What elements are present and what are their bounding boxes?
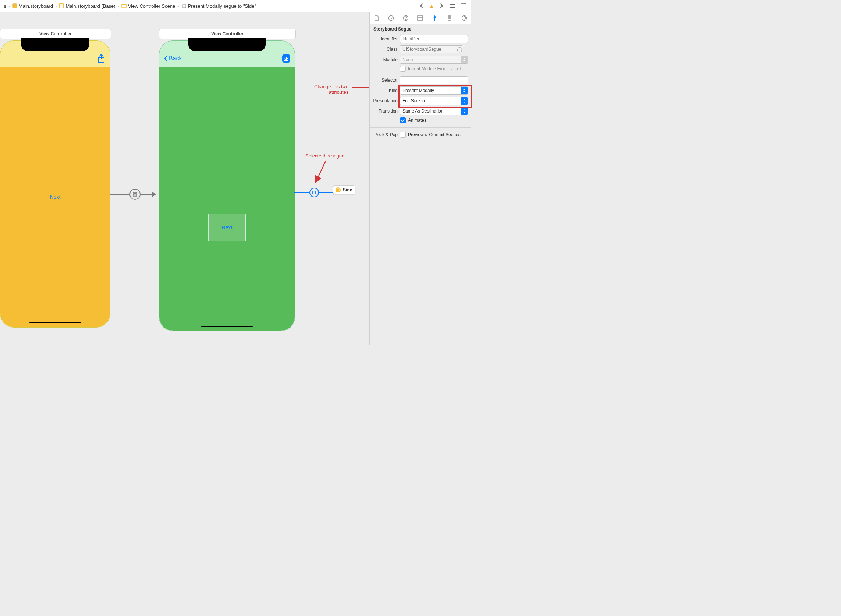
download-icon[interactable] xyxy=(282,54,290,63)
svg-rect-5 xyxy=(183,5,185,7)
history-inspector-icon[interactable] xyxy=(387,14,395,22)
kind-select[interactable]: Present Modally xyxy=(400,87,468,95)
svg-rect-13 xyxy=(134,194,136,195)
scene-icon xyxy=(122,3,126,9)
breadcrumb-item-scene[interactable]: View Controller Scene xyxy=(120,3,177,9)
inspector-panel: Storyboard Segue Identifier Class ◯ Modu… xyxy=(370,12,471,345)
device-frame: Next xyxy=(0,41,110,327)
svg-line-15 xyxy=(316,161,325,181)
file-inspector-icon[interactable] xyxy=(373,14,380,22)
storyboard-canvas[interactable]: View Controller Next xyxy=(0,12,370,345)
home-indicator xyxy=(29,322,81,323)
device-notch xyxy=(21,38,89,51)
history-forward-button[interactable] xyxy=(438,2,445,10)
warning-icon[interactable]: ▲ xyxy=(429,3,434,9)
presentation-label: Presentation xyxy=(371,98,398,103)
annotation-arrow-icon xyxy=(313,159,331,185)
svg-rect-9 xyxy=(461,4,466,8)
nav-bar xyxy=(0,50,110,67)
adjust-editor-icon[interactable] xyxy=(460,2,467,10)
help-inspector-icon[interactable] xyxy=(402,14,409,22)
view-body: Next xyxy=(159,67,294,331)
transition-row: Transition Same As Destination xyxy=(370,106,471,116)
nav-bar: Back xyxy=(159,50,294,67)
dropdown-caret-icon xyxy=(461,97,467,104)
history-back-button[interactable] xyxy=(418,2,425,10)
storyboard-base-icon xyxy=(59,3,64,9)
identifier-row: Identifier xyxy=(370,34,471,44)
scene-title-bar[interactable]: View Controller xyxy=(159,29,296,39)
class-dropdown-caret[interactable] xyxy=(463,45,468,53)
breadcrumb-item-trunc[interactable]: s xyxy=(2,3,8,9)
peek-pop-row: Peek & Pop Preview & Commit Segues xyxy=(370,131,471,139)
dropdown-caret-icon xyxy=(461,107,467,115)
segue-node-icon xyxy=(309,188,319,197)
module-label: Module xyxy=(371,57,398,62)
animates-row: Animates xyxy=(370,116,471,125)
size-inspector-icon[interactable] xyxy=(446,14,453,22)
annotation-arrow-icon xyxy=(351,85,370,92)
animates-checkbox[interactable] xyxy=(400,117,406,123)
outline-icon[interactable] xyxy=(449,2,456,10)
segue-connector-show[interactable] xyxy=(110,189,156,200)
scene-view-controller-1[interactable]: View Controller Next xyxy=(0,29,111,327)
home-indicator xyxy=(201,326,253,327)
annotation-select-segue: Selecte this segue xyxy=(305,153,344,158)
segue-connector-present-modally[interactable] xyxy=(294,188,337,197)
segue-icon xyxy=(182,3,186,9)
module-row: Module None xyxy=(370,54,471,65)
class-field[interactable] xyxy=(400,45,457,53)
arrowhead-icon xyxy=(152,191,156,197)
share-icon[interactable] xyxy=(97,54,105,63)
back-button[interactable]: Back xyxy=(164,55,182,62)
inherit-module-checkbox[interactable] xyxy=(400,66,406,72)
connections-inspector-icon[interactable] xyxy=(461,14,468,22)
device-notch xyxy=(188,38,266,51)
transition-label: Transition xyxy=(371,109,398,114)
animates-label: Animates xyxy=(408,118,426,123)
identifier-field[interactable] xyxy=(400,35,468,43)
device-frame: Back Next xyxy=(159,41,295,331)
annotation-change-attrs: Change this two attributes xyxy=(314,84,349,95)
breadcrumb-item-segue[interactable]: Present Modally segue to "Side" xyxy=(180,3,258,9)
class-row: Class ◯ xyxy=(370,44,471,54)
chevron-right-icon: › xyxy=(177,3,179,9)
transition-select[interactable]: Same As Destination xyxy=(400,107,468,115)
inherit-module-row: Inherit Module From Target xyxy=(370,65,471,73)
breadcrumb-item-file[interactable]: Main.storyboard xyxy=(11,3,54,9)
svg-rect-1 xyxy=(59,4,64,8)
peek-checkbox[interactable] xyxy=(400,132,406,138)
class-label: Class xyxy=(371,47,398,52)
storyboard-ref-icon xyxy=(336,187,341,192)
class-jump-icon[interactable]: ◯ xyxy=(457,45,463,53)
kind-row: Kind Present Modally xyxy=(370,85,471,96)
identifier-label: Identifier xyxy=(371,37,398,42)
svg-rect-12 xyxy=(133,192,137,196)
peek-option-label: Preview & Commit Segues xyxy=(408,132,461,137)
scene-view-controller-2[interactable]: View Controller Back Next xyxy=(159,29,296,331)
attributes-inspector-icon[interactable] xyxy=(431,14,438,22)
kind-label: Kind xyxy=(371,88,398,93)
scene-title-bar[interactable]: View Controller xyxy=(0,29,111,39)
dropdown-caret-icon xyxy=(461,56,467,63)
path-bar: s › Main.storyboard › Main.storyboard (B… xyxy=(0,0,471,12)
chevron-right-icon: › xyxy=(55,3,57,9)
module-select[interactable]: None xyxy=(400,56,468,64)
next-button[interactable]: Next xyxy=(50,194,61,200)
next-container-view[interactable]: Next xyxy=(208,214,246,241)
scene-reference-side[interactable]: Side xyxy=(333,185,355,194)
selector-field[interactable] xyxy=(400,76,468,84)
storyboard-file-icon xyxy=(12,3,17,9)
dropdown-caret-icon xyxy=(461,87,467,94)
breadcrumb: s › Main.storyboard › Main.storyboard (B… xyxy=(2,3,418,9)
view-body: Next xyxy=(0,67,110,327)
scene-reference-label: Side xyxy=(343,187,352,192)
identity-inspector-icon[interactable] xyxy=(416,14,424,22)
peek-label: Peek & Pop xyxy=(371,132,398,137)
svg-rect-0 xyxy=(13,4,17,8)
svg-rect-20 xyxy=(418,16,423,20)
presentation-select[interactable]: Full Screen xyxy=(400,97,468,105)
svg-rect-14 xyxy=(313,191,316,194)
breadcrumb-item-base[interactable]: Main.storyboard (Base) xyxy=(57,3,117,9)
divider xyxy=(370,127,471,128)
